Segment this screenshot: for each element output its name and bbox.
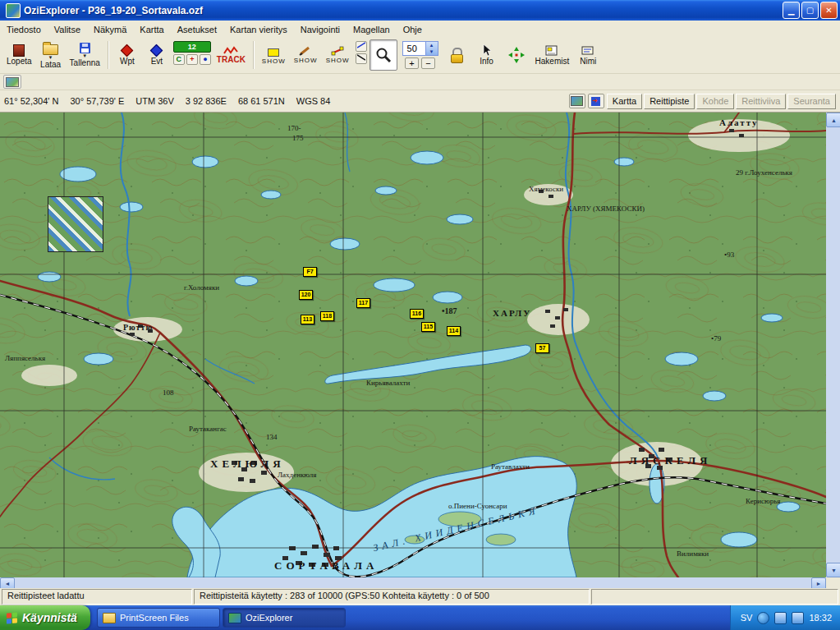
waypoint-square-icon — [268, 48, 279, 57]
waypoint-marker-113[interactable]: 113 — [301, 315, 314, 324]
scroll-down-button[interactable]: ▼ — [826, 563, 840, 577]
menu-kartan-vieritys[interactable]: Kartan vieritys — [223, 22, 294, 37]
tab-seuranta[interactable]: Seuranta — [787, 94, 836, 109]
map-picture-button[interactable] — [569, 94, 585, 108]
spinner-arrows-icon[interactable]: ▲▼ — [425, 42, 438, 55]
waypoint-marker-57[interactable]: 57 — [535, 343, 549, 353]
zoom-level-select[interactable]: 50 ▲▼ — [402, 41, 438, 56]
toolbar: Lopeta ▼ Lataa ▼ Tallenna Wpt Evt 12 C +… — [0, 38, 840, 74]
waypoint-marker-117[interactable]: 117 — [356, 298, 370, 308]
waypoint-marker-114[interactable]: 114 — [447, 326, 461, 336]
map-thumbnail-icon — [6, 77, 19, 87]
task-label: OziExplorer — [246, 613, 292, 623]
map-image-tool-button[interactable] — [3, 75, 21, 89]
utm-northing-display: 68 61 571N — [238, 96, 285, 106]
task-label: PrintScreen Files — [120, 613, 189, 623]
track-label: TRACK — [217, 56, 246, 64]
name-label: Nimi — [580, 57, 596, 66]
folder-icon — [103, 613, 116, 623]
close-button[interactable]: ✕ — [820, 2, 838, 19]
tab-reittipiste[interactable]: Reittipiste — [644, 94, 695, 109]
scroll-up-button[interactable]: ▲ — [826, 113, 840, 127]
window-title: OziExplorer - P36_19-20_Sortavala.ozf — [24, 5, 783, 16]
show-waypoints-button[interactable]: SHOW — [259, 39, 289, 71]
taskbar-task-printscreen-files[interactable]: PrintScreen Files — [97, 608, 220, 628]
map-area: Алатту29 г.ЛоухенселькяХямекоскиХАРЛУ (Х… — [0, 113, 840, 588]
network-tray-icon[interactable] — [774, 612, 787, 624]
padlock-icon — [451, 48, 463, 63]
save-disk-icon — [80, 43, 90, 53]
diagonal-line-icon — [357, 54, 365, 61]
language-indicator[interactable]: SV — [741, 613, 753, 623]
name-search-button[interactable]: Nimi — [574, 39, 602, 71]
task-buttons: PrintScreen FilesOziExplorer — [97, 608, 730, 628]
toolbar-separator — [108, 41, 109, 69]
minimize-button[interactable]: ▁ — [783, 2, 800, 19]
map-viewport[interactable]: Алатту29 г.ЛоухенселькяХямекоскиХАРЛУ (Х… — [0, 113, 826, 577]
waypoint-marker-120[interactable]: 120 — [299, 290, 313, 300]
distance-line-button[interactable] — [356, 53, 367, 64]
info-label: Info — [480, 57, 493, 66]
menu-navigointi[interactable]: Navigointi — [294, 22, 347, 37]
exit-button[interactable]: Lopeta — [3, 39, 35, 71]
zoom-value: 50 — [407, 44, 417, 53]
index-button[interactable]: Hakemist — [532, 39, 573, 71]
menu-valitse[interactable]: Valitse — [48, 22, 87, 37]
pan-arrows-button[interactable] — [503, 39, 530, 71]
taskbar-task-oziexplorer[interactable]: OziExplorer — [223, 608, 346, 628]
status-spacer — [591, 589, 838, 605]
menu-magellan[interactable]: Magellan — [347, 22, 397, 37]
lock-map-button[interactable] — [443, 39, 471, 71]
menu-asetukset[interactable]: Asetukset — [171, 22, 223, 37]
maximize-button[interactable]: ▢ — [801, 2, 819, 19]
comment-button[interactable]: C — [173, 54, 185, 65]
topographic-map — [0, 113, 826, 577]
show-tracks-label: SHOW — [294, 57, 318, 64]
menu-kartta[interactable]: Kartta — [133, 22, 170, 37]
vertical-scrollbar[interactable]: ▲ ▼ — [826, 113, 840, 577]
ruler-line-button[interactable] — [356, 41, 367, 52]
waypoint-marker-116[interactable]: 116 — [410, 309, 424, 319]
globe-tray-icon[interactable] — [757, 612, 769, 624]
exit-label: Lopeta — [7, 57, 32, 66]
waypoint-diamond-icon — [121, 44, 134, 57]
zoom-in-button[interactable]: + — [405, 57, 419, 69]
start-button[interactable]: Käynnistä — [0, 605, 90, 630]
map-overview-thumbnail[interactable] — [48, 196, 103, 252]
secondary-toolbar — [0, 74, 840, 90]
info-button[interactable]: Info — [473, 39, 501, 71]
point-marker-button[interactable]: ● — [200, 54, 211, 65]
show-routes-label: SHOW — [326, 57, 350, 64]
micro-button-group: 12 C + ● — [173, 41, 211, 65]
map-index-icon — [545, 45, 558, 57]
tab-kartta[interactable]: Kartta — [607, 94, 642, 109]
coordinate-bar: 61° 52,304' N 30° 57,739' E UTM 36V 3 92… — [0, 90, 840, 113]
horizontal-scrollbar[interactable]: ◄ ► — [0, 577, 826, 588]
save-label: Tallenna — [70, 59, 100, 67]
load-button[interactable]: ▼ Lataa — [37, 39, 65, 71]
map-number-badge[interactable]: 12 — [173, 41, 211, 53]
save-button[interactable]: ▼ Tallenna — [67, 39, 103, 71]
magnifier-tool-button[interactable] — [370, 39, 397, 71]
event-button[interactable]: Evt — [143, 39, 171, 71]
waypoint-marker-118[interactable]: 118 — [320, 311, 334, 321]
menu-näkymä[interactable]: Näkymä — [87, 22, 133, 37]
menu-ohje[interactable]: Ohje — [397, 22, 429, 37]
save-position-button[interactable] — [588, 94, 604, 108]
display-tray-icon[interactable] — [792, 612, 804, 624]
screen: OziExplorer - P36_19-20_Sortavala.ozf ▁ … — [0, 0, 840, 630]
tab-reittiviiva[interactable]: Reittiviiva — [736, 94, 786, 109]
track-control-button[interactable]: TRACK — [213, 39, 249, 71]
tab-kohde[interactable]: Kohde — [696, 94, 734, 109]
line-tool-group — [356, 41, 367, 64]
route-line-icon — [331, 46, 344, 56]
menu-tiedosto[interactable]: Tiedosto — [0, 22, 48, 37]
show-tracks-button[interactable]: SHOW — [291, 39, 321, 71]
waypoint-marker-F7[interactable]: F7 — [303, 267, 317, 277]
add-point-button[interactable]: + — [186, 54, 198, 65]
waypoint-marker-115[interactable]: 115 — [421, 322, 435, 332]
zoom-out-button[interactable]: − — [421, 57, 435, 69]
show-routes-button[interactable]: SHOW — [323, 39, 353, 71]
waypoint-button[interactable]: Wpt — [113, 39, 141, 71]
title-bar: OziExplorer - P36_19-20_Sortavala.ozf ▁ … — [0, 0, 840, 21]
